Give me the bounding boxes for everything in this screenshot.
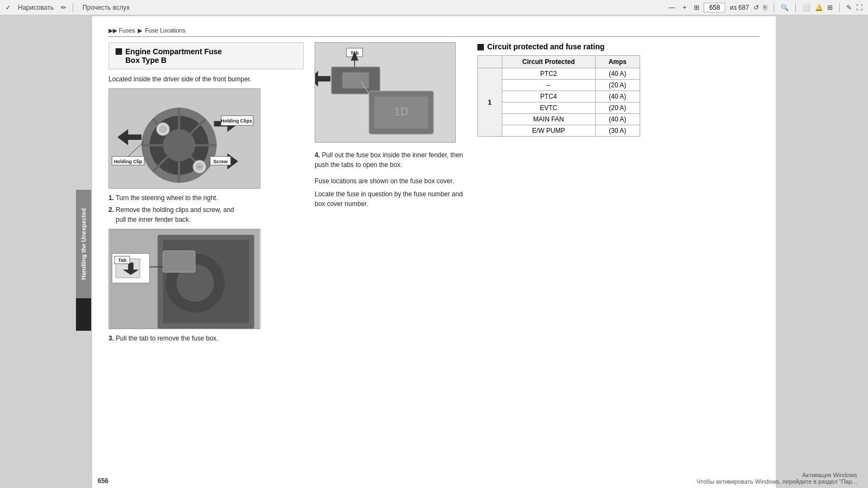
- bookmark-icon: ⎘: [763, 4, 767, 11]
- amps-main-fan: (40 A): [595, 114, 640, 125]
- table-row: E/W PUMP (30 A): [478, 125, 640, 137]
- page-number-input[interactable]: [704, 3, 725, 12]
- table-row: 1 PTC2 (40 A): [478, 68, 640, 80]
- page-icon: ⊞: [694, 4, 699, 11]
- draw-button[interactable]: Нарисовать: [15, 3, 56, 12]
- timer-icon: ↺: [754, 4, 759, 11]
- grid-icon[interactable]: ⊞: [827, 4, 833, 11]
- amps-ptc2: (40 A): [595, 68, 640, 80]
- bottom-diagram: Tab: [108, 229, 260, 329]
- divider: [73, 3, 73, 12]
- checkmark-icon: ✓: [5, 4, 11, 11]
- table-row: EVTC (20 A): [478, 102, 640, 114]
- table-row: MAIN FAN (40 A): [478, 114, 640, 125]
- step-3-number: 3.: [108, 335, 114, 342]
- pencil-icon: ✏: [61, 4, 66, 11]
- row-number-header: [478, 56, 502, 68]
- amps-ew-pump: (30 A): [595, 125, 640, 137]
- svg-text:Screw: Screw: [213, 158, 227, 164]
- amps-header: Amps: [595, 56, 640, 68]
- page-total: из 687: [730, 4, 749, 11]
- amps-dash: (20 A): [595, 80, 640, 91]
- middle-column: Tab 1D: [315, 42, 467, 345]
- step-1-number: 1.: [108, 194, 114, 202]
- sidebar-label: Handling the Unexpected: [76, 190, 91, 298]
- plus-icon[interactable]: +: [682, 4, 686, 11]
- section-title: Engine Compartment Fuse Box Type B: [116, 47, 297, 65]
- step-4-number: 4.: [315, 151, 320, 159]
- circuit-main-fan: MAIN FAN: [502, 114, 595, 125]
- fuse-top-svg: Tab 1D: [315, 43, 455, 142]
- step-1-text: Turn the steering wheel to the right.: [116, 194, 218, 202]
- amps-evtc: (20 A): [595, 102, 640, 114]
- right-column: Circuit protected and fuse rating Circui…: [477, 42, 760, 345]
- windows-activation: Активация Windows Чтобы активировать Win…: [697, 472, 857, 485]
- divider2: [774, 3, 774, 12]
- pdf-page: ▶▶ Fuses ▶ Fuse Locations Engine Compart…: [92, 16, 776, 488]
- step-4-text: 4. Pull out the fuse box inside the inne…: [315, 150, 467, 170]
- step-2: 2. Remove the holding clips and screw, a…: [108, 205, 304, 224]
- search-icon[interactable]: 🔍: [781, 4, 789, 11]
- minimize-icon[interactable]: —: [668, 4, 675, 11]
- table-row: PTC4 (40 A): [478, 91, 640, 102]
- locate-fuse-text: Locate the fuse in question by the fuse …: [315, 189, 467, 209]
- windows-activation-sub: Чтобы активировать Windows, перейдите в …: [697, 478, 857, 485]
- step-1: 1. Turn the steering wheel to the right.: [108, 193, 304, 203]
- top-diagram-svg: Holding Clips Screw Holding Clip: [109, 89, 260, 188]
- breadcrumb-fuses: ▶▶ Fuses: [108, 27, 135, 34]
- bell-icon[interactable]: 🔔: [815, 4, 823, 11]
- section-title-icon: [116, 48, 122, 55]
- circuit-dash: –: [502, 80, 595, 91]
- circuit-title-text: Circuit protected and fuse rating: [487, 42, 604, 51]
- circuit-evtc: EVTC: [502, 102, 595, 114]
- step-2-text: Remove the holding clips and screw, and …: [108, 206, 234, 223]
- breadcrumb-fuse-locations: Fuse Locations: [145, 27, 186, 34]
- row-number-cell: 1: [478, 68, 502, 137]
- svg-text:Tab: Tab: [118, 258, 127, 263]
- circuit-ptc2: PTC2: [502, 68, 595, 80]
- toolbar: ✓ Нарисовать ✏ Прочесть вслух — + ⊞ из 6…: [0, 0, 868, 15]
- read-aloud-button[interactable]: Прочесть вслух: [80, 3, 132, 12]
- windows-activation-title: Активация Windows: [697, 472, 857, 478]
- step-4-content: Pull out the fuse box inside the inner f…: [315, 151, 463, 169]
- circuit-protected-header: Circuit Protected: [502, 56, 595, 68]
- breadcrumb-sep: ▶: [138, 27, 142, 34]
- amps-ptc4: (40 A): [595, 91, 640, 102]
- divider4: [839, 3, 840, 12]
- left-column: Engine Compartment Fuse Box Type B Locat…: [108, 42, 304, 345]
- svg-rect-41: [342, 72, 369, 88]
- fuse-top-diagram: Tab 1D: [315, 42, 456, 143]
- top-diagram: Holding Clips Screw Holding Clip: [108, 88, 260, 189]
- circuit-ew-pump: E/W PUMP: [502, 125, 595, 137]
- fuse-locations-text: Fuse locations are shown on the fuse box…: [315, 176, 467, 186]
- sidebar-black-block: [76, 298, 91, 331]
- svg-text:1D: 1D: [394, 105, 409, 118]
- circuit-table: Circuit Protected Amps 1 PTC2 (40 A) – (…: [477, 55, 640, 137]
- table-row: – (20 A): [478, 80, 640, 91]
- expand-icon[interactable]: ⛶: [856, 4, 863, 11]
- location-text: Located inside the driver side of the fr…: [108, 75, 304, 84]
- svg-point-18: [159, 125, 168, 133]
- breadcrumb: ▶▶ Fuses ▶ Fuse Locations: [108, 27, 760, 37]
- circuit-title-icon: [477, 44, 484, 50]
- step-2-number: 2.: [108, 206, 114, 214]
- divider3: [795, 3, 796, 12]
- circuit-title: Circuit protected and fuse rating: [477, 42, 760, 51]
- svg-text:Holding Clips: Holding Clips: [221, 118, 252, 124]
- step-3: 3. Pull the tab to remove the fuse box.: [108, 333, 304, 343]
- content-layout: Engine Compartment Fuse Box Type B Locat…: [108, 42, 760, 345]
- bottom-diagram-svg: Tab: [109, 229, 260, 329]
- section-title-text: Engine Compartment Fuse Box Type B: [125, 47, 222, 65]
- svg-rect-28: [163, 251, 195, 272]
- circuit-ptc4: PTC4: [502, 91, 595, 102]
- svg-text:Holding Clip: Holding Clip: [114, 158, 143, 164]
- edit-icon[interactable]: ✎: [846, 4, 852, 11]
- step-3-text: Pull the tab to remove the fuse box.: [116, 335, 218, 342]
- screen-icon[interactable]: ⬜: [802, 4, 810, 11]
- page-number-bottom: 656: [98, 477, 108, 485]
- section-title-box: Engine Compartment Fuse Box Type B: [108, 42, 304, 69]
